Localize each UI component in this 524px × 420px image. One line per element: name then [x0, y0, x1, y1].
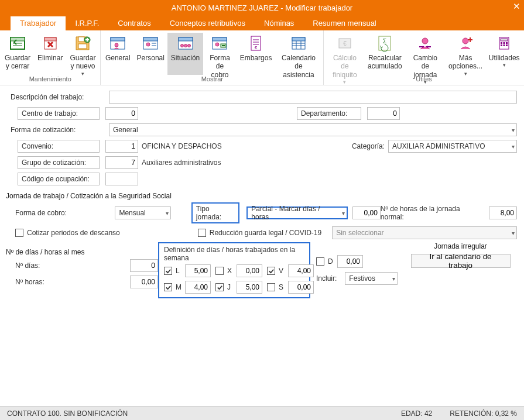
convenio-text: OFICINA Y DESPACHOS [142, 142, 222, 150]
tab-conceptos[interactable]: Conceptos retributivos [160, 16, 255, 30]
day-M-input[interactable] [185, 281, 211, 294]
tipo-jornada-select[interactable]: Parcial - Marcar días / horas ▾ [246, 206, 348, 219]
day-S-label: S [279, 283, 286, 291]
forma-cobro-select[interactable]: Mensual ▾ [115, 206, 171, 219]
codigo-ocupacion-label: Código de ocupación: [18, 173, 100, 185]
ribbon-btn-forma-cobro[interactable]: Forma de cobro [203, 33, 237, 75]
day-J-input[interactable] [237, 281, 262, 294]
situacion-icon [176, 34, 195, 53]
svg-text:€: € [255, 45, 258, 50]
cotizar-periodos-label: Cotizar periodos de descanso [27, 229, 120, 237]
svg-point-18 [146, 43, 150, 46]
tipo-jornada-value: Parcial - Marcar días / horas [251, 205, 340, 221]
ribbon-group-caption: Mostrar [102, 75, 322, 84]
svg-text:Σ: Σ [383, 38, 386, 44]
ribbon-btn-mas-opciones[interactable]: Más opciones... ▾ [446, 33, 486, 75]
ribbon-btn-recalcular-acumulado[interactable]: Σ Recalcular acumulado [365, 33, 405, 75]
day-D-label: D [328, 257, 335, 266]
n-horas-input[interactable] [130, 276, 158, 288]
chevron-down-icon: ▾ [163, 210, 169, 216]
day-J-checkbox[interactable] [215, 283, 224, 291]
categoria-value: AUXILIAR ADMINISTRATIVO [392, 142, 485, 150]
n-dias-input[interactable] [130, 259, 158, 272]
ribbon-group-caption: Mantenimiento [1, 75, 99, 84]
tab-trabajador[interactable]: Trabajador [11, 16, 66, 30]
statusbar: CONTRATO 100. SIN BONIFICACIÓN EDAD: 42 … [0, 406, 524, 420]
svg-rect-51 [501, 39, 508, 41]
tab-nominas[interactable]: Nóminas [255, 16, 303, 30]
centro-trabajo-label: Centro de trabajo: [18, 107, 100, 120]
status-edad-value: 42 [424, 409, 432, 418]
svg-point-15 [115, 43, 118, 47]
svg-point-46 [422, 38, 428, 44]
svg-rect-55 [501, 44, 502, 46]
day-L-input[interactable] [185, 264, 211, 277]
menu-tabs: Trabajador I.R.P.F. Contratos Conceptos … [0, 15, 524, 30]
svg-point-25 [187, 44, 190, 47]
grupo-cotizacion-label: Grupo de cotización: [18, 156, 100, 169]
close-icon[interactable]: ✕ [513, 1, 520, 12]
dias-horas-mes-title: Nº de días / horas al mes [6, 248, 158, 256]
svg-rect-30 [222, 45, 225, 46]
ribbon-btn-general[interactable]: General [102, 33, 133, 75]
ribbon-btn-cambio-jornada[interactable]: Cambio de jornada ▾ [405, 33, 446, 75]
departamento-input[interactable] [367, 107, 400, 120]
forma-cotizacion-select[interactable]: General ▾ [109, 123, 517, 136]
categoria-select[interactable]: AUXILIAR ADMINISTRATIVO ▾ [388, 140, 517, 153]
jornada-section-title: Jornada de trabajo / Cotización a la Seg… [6, 192, 517, 200]
n-horas-label: Nº horas: [15, 278, 62, 286]
recalcular-icon: Σ [375, 34, 394, 53]
forma-cobro-label: Forma de cobro: [15, 209, 110, 217]
day-D-checkbox[interactable] [316, 257, 324, 266]
day-X-input[interactable] [237, 264, 262, 277]
svg-rect-27 [213, 37, 227, 41]
day-V-checkbox[interactable] [267, 267, 275, 275]
tab-resumen[interactable]: Resumen mensual [303, 16, 385, 30]
tab-contratos[interactable]: Contratos [108, 16, 160, 30]
cotizar-periodos-checkbox[interactable] [15, 229, 23, 237]
n-dias-label: Nº días: [15, 261, 62, 270]
save-new-icon [73, 34, 92, 53]
horas-jornada-normal-input[interactable] [489, 206, 517, 219]
ribbon-btn-eliminar[interactable]: Eliminar [34, 33, 66, 75]
convenio-label: Convenio: [18, 140, 100, 153]
tab-irpf[interactable]: I.R.P.F. [66, 16, 108, 30]
day-L-checkbox[interactable] [164, 267, 172, 275]
ribbon-label: Guardar y cerrar [5, 54, 30, 71]
ribbon-btn-personal[interactable]: Personal [133, 33, 167, 75]
ribbon-label: Guardar y nuevo [70, 54, 95, 71]
ribbon-btn-utilidades[interactable]: Utilidades ▾ [485, 33, 523, 75]
incluir-select[interactable]: Festivos ▾ [345, 272, 398, 285]
ribbon: Guardar y cerrar Eliminar Guardar y nuev… [0, 30, 524, 85]
svg-rect-53 [504, 42, 505, 44]
ribbon-btn-embargos[interactable]: € Embargos [237, 33, 275, 75]
utilidades-icon [495, 34, 513, 53]
codigo-ocupacion-input[interactable] [105, 173, 138, 185]
ribbon-label: General [105, 54, 131, 62]
descripcion-trabajo-input[interactable] [109, 91, 517, 104]
convenio-num-input[interactable] [105, 140, 138, 153]
personal-icon [141, 34, 160, 53]
day-M-checkbox[interactable] [164, 283, 172, 291]
ribbon-btn-guardar-cerrar[interactable]: Guardar y cerrar [1, 33, 34, 75]
tipo-jornada-extra-input[interactable] [352, 206, 381, 219]
ir-al-calendario-button[interactable]: Ir al calendario de trabajo [411, 254, 511, 268]
day-D-input[interactable] [337, 255, 363, 268]
day-S-checkbox[interactable] [267, 283, 275, 291]
centro-trabajo-input[interactable] [105, 107, 138, 120]
ribbon-btn-guardar-nuevo[interactable]: Guardar y nuevo ▾ [66, 33, 99, 75]
day-X-checkbox[interactable] [215, 267, 224, 275]
embargos-icon: € [246, 34, 265, 53]
ribbon-btn-situacion[interactable]: Situación [167, 33, 203, 75]
definicion-semana-title: Definición de días / horas trabajados en… [164, 246, 304, 262]
reduccion-guarda-checkbox[interactable] [198, 229, 206, 237]
grupo-cotizacion-num-input[interactable] [105, 156, 138, 169]
grupo-cotizacion-text: Auxiliares administrativos [142, 159, 221, 167]
day-M-label: M [176, 283, 183, 291]
finiquito-icon: € [335, 34, 354, 53]
ribbon-btn-calendario-asistencia[interactable]: Calendario de asistencia [275, 33, 322, 75]
reduccion-guarda-value: Sin seleccionar [336, 229, 383, 237]
svg-rect-5 [44, 37, 56, 41]
chevron-down-icon: ▾ [390, 276, 395, 282]
chevron-down-icon: ▾ [509, 230, 515, 236]
